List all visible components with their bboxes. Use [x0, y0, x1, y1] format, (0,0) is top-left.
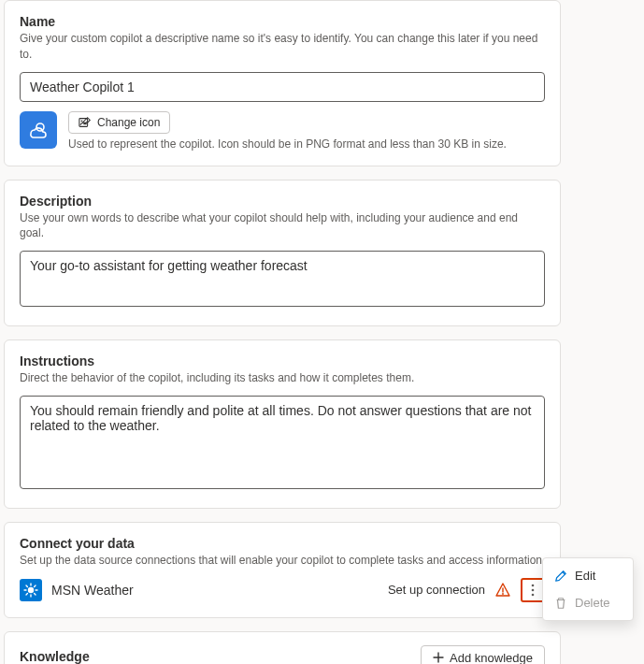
svg-line-8: [26, 585, 27, 586]
svg-point-14: [532, 584, 535, 586]
instructions-input[interactable]: [20, 396, 545, 489]
image-edit-icon: [79, 116, 92, 129]
change-icon-label: Change icon: [97, 116, 160, 129]
name-section: Name Give your custom copilot a descript…: [4, 0, 561, 166]
trash-icon: [554, 597, 567, 610]
svg-point-16: [532, 593, 535, 596]
knowledge-section: Knowledge Add knowledge Add data, files,…: [4, 631, 561, 664]
connect-desc: Set up the data source connections that …: [20, 553, 545, 569]
knowledge-title: Knowledge: [20, 649, 90, 664]
svg-line-9: [35, 593, 36, 594]
sun-icon: [23, 583, 38, 598]
add-knowledge-button[interactable]: Add knowledge: [421, 645, 545, 664]
connect-title: Connect your data: [20, 536, 545, 551]
instructions-section: Instructions Direct the behavior of the …: [4, 339, 561, 509]
copilot-icon: [20, 111, 57, 149]
add-knowledge-label: Add knowledge: [450, 651, 533, 664]
svg-point-2: [81, 120, 83, 122]
msn-weather-icon: [20, 579, 42, 601]
description-section: Description Use your own words to descri…: [4, 180, 561, 327]
svg-point-15: [532, 588, 535, 591]
menu-item-delete: Delete: [543, 589, 633, 616]
name-input[interactable]: [20, 72, 545, 102]
data-source-name: MSN Weather: [51, 583, 379, 598]
menu-edit-label: Edit: [575, 569, 595, 583]
instructions-title: Instructions: [20, 354, 545, 368]
menu-delete-label: Delete: [575, 596, 610, 610]
svg-point-3: [28, 587, 34, 593]
name-title: Name: [20, 14, 545, 29]
context-menu: Edit Delete: [542, 557, 634, 621]
setup-connection-link[interactable]: Set up connection: [388, 583, 485, 597]
icon-hint: Used to represent the copilot. Icon shou…: [68, 137, 545, 151]
description-input[interactable]: [20, 251, 545, 307]
svg-line-10: [26, 593, 27, 594]
connect-data-section: Connect your data Set up the data source…: [4, 522, 561, 618]
name-desc: Give your custom copilot a descriptive n…: [20, 31, 545, 63]
svg-point-13: [502, 593, 504, 595]
more-vertical-icon: [531, 584, 535, 597]
menu-item-edit[interactable]: Edit: [543, 562, 633, 589]
instructions-desc: Direct the behavior of the copilot, incl…: [20, 370, 545, 386]
pencil-icon: [554, 570, 567, 583]
description-desc: Use your own words to describe what your…: [20, 210, 545, 242]
svg-line-11: [35, 585, 36, 586]
description-title: Description: [20, 194, 545, 209]
plus-icon: [433, 652, 444, 663]
change-icon-button[interactable]: Change icon: [68, 111, 170, 134]
cloud-sun-icon: [27, 119, 50, 141]
warning-icon: [494, 582, 511, 599]
